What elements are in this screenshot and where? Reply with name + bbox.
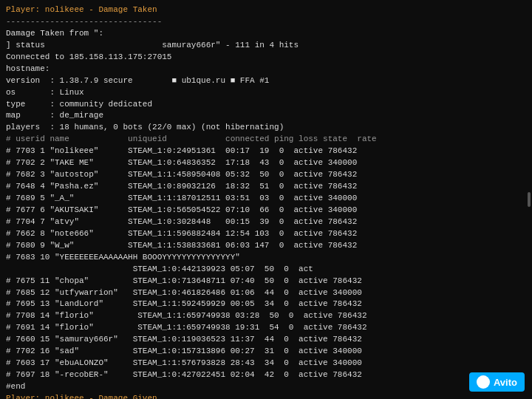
scrollbar[interactable] bbox=[528, 192, 531, 207]
terminal-line: type : community dedicated bbox=[6, 99, 526, 111]
terminal-line: # 7691 14 "florio" STEAM_1:1:659749938 1… bbox=[6, 322, 526, 334]
terminal-line: #end bbox=[6, 381, 526, 393]
terminal-line: Damage Taken from ": bbox=[6, 28, 526, 40]
terminal-line: version : 1.38.7.9 secure ■ ub1que.ru ■ … bbox=[6, 75, 526, 87]
terminal-line: # 7662 8 "note666" STEAM_1:1:596882484 1… bbox=[6, 228, 526, 240]
terminal-line: # 7695 13 "LandLord" STEAM_1:1:592459929… bbox=[6, 299, 526, 310]
terminal-line: # 7689 5 "_A_" STEAM_1:1:187012511 03:51… bbox=[6, 193, 526, 205]
terminal-line: # 7685 12 "utfywarrion" STEAM_1:0:461826… bbox=[6, 287, 526, 299]
terminal-line: # 7702 2 "TAKE ME" STEAM_1:0:64836352 17… bbox=[6, 157, 526, 169]
terminal-line: # 7682 3 "autostop" STEAM_1:1:458950408 … bbox=[6, 169, 526, 181]
terminal-line: # 7697 18 "-recobER-" STEAM_1:0:42702245… bbox=[6, 369, 526, 381]
terminal-line: # 7603 17 "ebuALONZO" STEAM_1:1:57679382… bbox=[6, 358, 526, 369]
terminal-line: # 7675 11 "chopa" STEAM_1:0:713648711 07… bbox=[6, 276, 526, 287]
terminal-line: # userid name uniqueid connected ping lo… bbox=[6, 134, 526, 146]
terminal-line: os : Linux bbox=[6, 87, 526, 99]
terminal-line: # 7677 6 "AKUTSAKI" STEAM_1:0:565054522 … bbox=[6, 205, 526, 216]
avito-label: Avito bbox=[494, 377, 517, 388]
terminal-line: players : 18 humans, 0 bots (22/0 max) (… bbox=[6, 122, 526, 134]
terminal-line: # 7702 16 "sad" STEAM_1:0:157313896 00:2… bbox=[6, 346, 526, 358]
terminal-line: Player: nolikeee - Damage Given bbox=[6, 393, 526, 399]
terminal-line: # 7683 10 "YEEEEEEEAAAAAAHH BOOOYYYYYYYY… bbox=[6, 252, 526, 264]
terminal-content: Player: nolikeee - Damage Taken---------… bbox=[6, 4, 526, 399]
terminal-line: STEAM_1:0:442139923 05:07 50 0 act bbox=[6, 264, 526, 276]
terminal-line: hostname: bbox=[6, 64, 526, 75]
terminal-line: # 7660 15 "samuray666r" STEAM_1:0:119036… bbox=[6, 334, 526, 346]
avito-badge[interactable]: Avito bbox=[469, 372, 525, 392]
terminal-line: # 7648 4 "Pasha.ez" STEAM_1:0:89032126 1… bbox=[6, 181, 526, 193]
terminal-line: # 7680 9 "W_w" STEAM_1:1:538833681 06:03… bbox=[6, 240, 526, 252]
terminal-line: # 7703 1 "nolikeee" STEAM_1:0:24951361 0… bbox=[6, 146, 526, 157]
terminal-line: ] status samuray666r" - 111 in 4 hits bbox=[6, 40, 526, 52]
terminal-line: map : de_mirage bbox=[6, 110, 526, 122]
terminal-line: # 7704 7 "atvy" STEAM_1:0:3028448 00:15 … bbox=[6, 216, 526, 228]
avito-logo-circle bbox=[477, 375, 490, 389]
terminal-line: -------------------------------- bbox=[6, 16, 526, 28]
terminal-line: Connected to 185.158.113.175:27015 bbox=[6, 52, 526, 64]
terminal-line: Player: nolikeee - Damage Taken bbox=[6, 4, 526, 16]
terminal-line: # 7708 14 "florio" STEAM_1:1:659749938 0… bbox=[6, 310, 526, 322]
terminal-window: Player: nolikeee - Damage Taken---------… bbox=[0, 0, 532, 399]
